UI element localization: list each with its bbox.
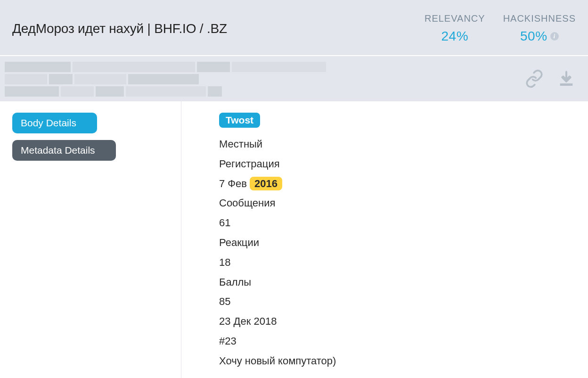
content-line: Хочу новый компутатор) <box>219 351 576 371</box>
sub-header-bar <box>0 56 588 101</box>
metric-hackishness-number: 50% <box>520 29 547 44</box>
body-area: Body Details Metadata Details Twost Мест… <box>0 101 588 378</box>
registration-date-line: 7 Фев 2016 <box>219 174 576 194</box>
action-icons <box>525 69 576 88</box>
content-line: 61 <box>219 213 576 233</box>
metric-relevancy-value: 24% <box>441 29 469 44</box>
content-line: 23 Дек 2018 <box>219 312 576 331</box>
page-title: ДедМороз идет нахуй | BHF.IO / .BZ <box>12 21 425 36</box>
metric-relevancy: RELEVANCY 24% <box>425 13 485 44</box>
svg-rect-0 <box>560 83 573 86</box>
content-line: Реакции <box>219 233 576 253</box>
content-line: Регистрация <box>219 154 576 174</box>
download-icon[interactable] <box>557 69 576 88</box>
metric-hackishness-value: 50% i <box>520 29 559 44</box>
reg-year-highlight: 2016 <box>250 177 282 190</box>
content-line: 18 <box>219 253 576 272</box>
sidebar: Body Details Metadata Details <box>0 101 181 378</box>
content-line: Местный <box>219 134 576 154</box>
tab-body-details[interactable]: Body Details <box>12 113 97 133</box>
content-panel: Twost Местный Регистрация 7 Фев 2016 Соо… <box>181 101 588 378</box>
link-icon[interactable] <box>525 69 544 88</box>
header-bar: ДедМороз идет нахуй | BHF.IO / .BZ RELEV… <box>0 0 588 56</box>
metric-relevancy-label: RELEVANCY <box>425 13 485 24</box>
metrics-group: RELEVANCY 24% HACKISHNESS 50% i <box>425 13 576 44</box>
author-badge: Twost <box>219 113 260 128</box>
reg-date-prefix: 7 Фев <box>219 178 250 189</box>
metric-hackishness: HACKISHNESS 50% i <box>503 13 576 44</box>
content-line: #23 <box>219 331 576 351</box>
tab-metadata-details[interactable]: Metadata Details <box>12 140 116 161</box>
metric-hackishness-label: HACKISHNESS <box>503 13 576 24</box>
info-icon[interactable]: i <box>550 32 559 41</box>
content-line: Сообщения <box>219 193 576 213</box>
content-line: 85 <box>219 292 576 312</box>
content-line: Баллы <box>219 272 576 292</box>
redacted-region <box>5 62 335 96</box>
